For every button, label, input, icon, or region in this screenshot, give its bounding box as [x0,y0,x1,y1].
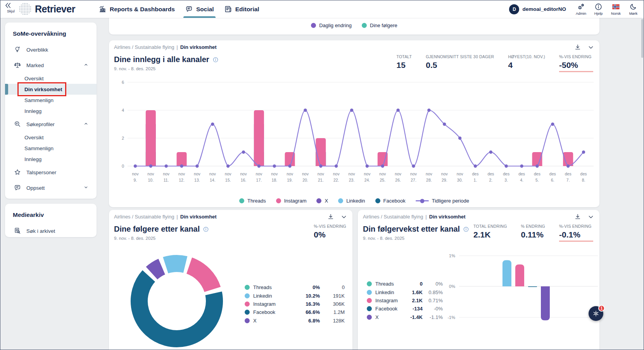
stat-value: 4 [508,61,545,70]
legend-label: Threads [247,198,266,204]
tab-editorial[interactable]: Editorial [224,0,259,18]
sidebar-item-sammenlign[interactable]: Sammenlign [5,143,97,154]
star-icon [14,168,21,176]
growth-bar-facebook[interactable] [528,286,537,287]
topbar-action-norsk[interactable]: Norsk [607,3,625,16]
growth-legend-row-x[interactable]: X-1.4K-1.1% [367,313,443,321]
date-range: 9. nov. - 8. des. 2025 [114,236,209,241]
donut-legend-row-x[interactable]: X6.8%128K [245,317,345,325]
sidebar-item-innlegg[interactable]: Innlegg [5,154,97,165]
topbar-right: D demoai_editorNO AdminHjelpNorskMørk [509,0,642,18]
tab-reports-dashboards[interactable]: Reports & Dashboards [98,0,175,18]
download-icon[interactable] [574,213,582,221]
chevron-down-icon[interactable] [587,213,595,221]
legend-item-facebook[interactable]: Facebook [375,198,406,204]
chevron-down-icon[interactable] [587,43,595,51]
chevron-down-icon[interactable] [83,184,90,191]
svg-text:nov: nov [147,172,154,176]
download-icon[interactable] [327,213,335,221]
lightbulb-icon [14,46,21,54]
growth-legend-row-threads[interactable]: Threads00% [367,280,443,288]
legend-dot [245,310,250,315]
sidebar-item-sammenlign[interactable]: Sammenlign [5,95,97,106]
topbar-action-admin[interactable]: Admin [572,3,590,16]
tab-social[interactable]: Social [185,0,214,18]
growth-bar-x[interactable] [541,286,550,320]
collapse-sidebar-button[interactable]: Skjul [4,2,17,13]
moon-icon [629,3,637,11]
svg-text:nov: nov [379,172,386,176]
search-profiles-icon [14,120,21,128]
sidebar-item-label: Oversikt [24,76,44,81]
sidebar-item-oversikt[interactable]: Oversikt [5,132,97,143]
tab-label: Social [196,6,214,13]
legend-label: Tidligere periode [432,198,469,204]
info-icon[interactable] [463,226,469,232]
breadcrumb-path[interactable]: Airlines / Sustainable flying [114,214,174,220]
breadcrumb-separator: | [425,214,426,220]
sidebar-item-talspersoner[interactable]: Talspersoner [5,165,97,180]
legend-item-instagram[interactable]: Instagram [276,198,307,204]
growth-legend-row-linkedin[interactable]: Linkedin1.6K0.85% [367,288,443,296]
channel-percent: 0% [296,284,320,290]
growth-legend-row-facebook[interactable]: Facebook-134-0% [367,305,443,313]
legend-item-linkedin[interactable]: Linkedin [338,198,365,204]
legend-dot [245,318,250,323]
growth-bar-chart: 1%0%-1% [444,251,599,348]
chevron-up-icon[interactable] [83,121,90,128]
legend-item-tidligere-periode[interactable]: Tidligere periode [416,198,469,204]
legend-item-x[interactable]: X [316,198,328,204]
growth-bar-linkedin[interactable] [502,260,511,286]
legend-dot [245,285,250,290]
info-icon[interactable] [212,57,219,63]
svg-text:des: des [487,172,494,176]
sidebar-item-marked[interactable]: Marked [5,57,97,73]
donut-legend-row-threads[interactable]: Threads0%0 [245,283,345,291]
legend-label: Dine følgere [370,23,397,28]
growth-bar-instagram[interactable] [515,265,524,286]
sidebar-item-din-virksomhet[interactable]: Din virksomhet [5,84,97,95]
assistant-fab-button[interactable]: 1 [589,306,603,321]
legend-item-daglig-endring[interactable]: Daglig endring [311,23,352,28]
sidebar-item-label: Innlegg [24,108,41,114]
chevron-down-icon[interactable] [340,213,348,221]
svg-text:25.: 25. [380,178,385,182]
chevron-up-icon[interactable] [83,62,90,69]
legend-item-dine-følgere[interactable]: Dine følgere [362,23,397,28]
brand-logo[interactable]: Retriever [19,3,75,15]
channel-pct-change: -1.1% [423,314,443,320]
topbar-action-mørk[interactable]: Mørk [625,3,642,16]
channel-pct-change: 0% [423,281,443,287]
sidebar-item-overblikk[interactable]: Overblikk [5,42,97,57]
legend-item-threads[interactable]: Threads [239,198,266,204]
breadcrumb-separator: | [176,44,178,50]
download-icon[interactable] [574,43,582,51]
stat-label: % ENDRING [521,224,545,229]
donut-segment-instagram[interactable] [186,257,221,292]
donut-segment-linkedin[interactable] [162,255,188,274]
sidebar-item-oppsett[interactable]: Oppsett [5,180,97,196]
sidebar-item-søk-i-arkivet[interactable]: Søk i arkivet [5,223,97,239]
sidebar-item-innlegg[interactable]: Innlegg [5,106,97,116]
growth-legend-row-instagram[interactable]: Instagram2.1K0.71% [367,296,443,305]
norway-flag-icon [612,3,620,11]
svg-text:1%: 1% [449,253,455,258]
sidebar-item-søkeprofiler[interactable]: Søkeprofiler [5,116,97,132]
posts-chart: 0246nov9.nov10.nov11.nov12.nov13.nov14.n… [114,79,595,187]
scrollbar-thumb[interactable] [641,19,643,58]
donut-legend-row-instagram[interactable]: Instagram16.3%306K [245,300,345,308]
donut-legend-row-linkedin[interactable]: Linkedin10.2%191K [245,291,345,300]
topbar-action-hjelp[interactable]: Hjelp [590,3,607,16]
user-menu[interactable]: D demoai_editorNO [509,4,566,14]
donut-legend-row-facebook[interactable]: Facebook66.6%1.2M [245,308,345,316]
svg-text:3.: 3. [504,178,508,182]
svg-text:-1%: -1% [447,315,455,320]
sidebar-item-oversikt[interactable]: Oversikt [5,73,97,84]
breadcrumb-current: Din virksomhet [180,214,217,220]
info-icon[interactable] [203,226,209,232]
breadcrumb-path[interactable]: Airlines / Sustainable flying [114,44,174,50]
action-label: Admin [576,11,586,16]
legend-dot [316,198,321,203]
breadcrumb-path[interactable]: Airlines / Sustainable flying [363,214,423,220]
notification-badge: 1 [598,305,605,312]
